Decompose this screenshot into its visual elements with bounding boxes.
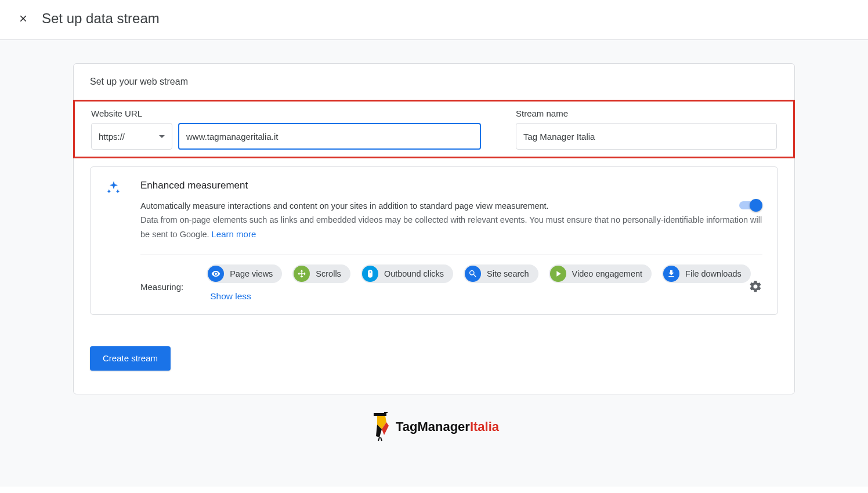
learn-more-link[interactable]: Learn more — [212, 229, 256, 239]
chip-page-views: Page views — [207, 264, 282, 283]
divider — [140, 255, 762, 255]
close-icon[interactable] — [16, 12, 30, 26]
play-icon — [550, 266, 566, 282]
chip-label: Site search — [487, 269, 529, 278]
enhanced-title: Enhanced measurement — [140, 180, 762, 191]
chip-label: Scrolls — [316, 269, 341, 278]
chip-label: File downloads — [685, 269, 742, 278]
bird-icon — [369, 412, 392, 442]
stream-name-group: Stream name — [516, 108, 777, 150]
chip-video-engagement: Video engagement — [549, 264, 652, 283]
website-url-input[interactable] — [178, 123, 481, 150]
svg-line-2 — [378, 437, 379, 441]
chip-outbound-clicks: Outbound clicks — [361, 264, 453, 283]
chip-file-downloads: File downloads — [662, 264, 751, 283]
footer-brand-1: TagManager — [396, 419, 470, 434]
top-bar: Set up data stream — [0, 0, 868, 40]
stream-fields-row: Website URL https:// Stream name — [73, 100, 795, 158]
protocol-select[interactable]: https:// — [91, 123, 172, 150]
website-url-group: Website URL https:// — [91, 108, 481, 150]
download-icon — [663, 266, 679, 282]
svg-rect-0 — [374, 413, 386, 416]
section-title: Set up your web stream — [74, 64, 794, 100]
measuring-label: Measuring: — [140, 274, 183, 292]
mouse-icon — [362, 266, 378, 282]
chip-scrolls: Scrolls — [292, 264, 350, 283]
eye-icon — [208, 266, 224, 282]
create-stream-button[interactable]: Create stream — [90, 346, 171, 371]
scroll-icon — [294, 266, 310, 282]
stream-name-label: Stream name — [516, 108, 777, 118]
website-url-label: Website URL — [91, 108, 481, 118]
footer-brand-2: Italia — [470, 419, 499, 434]
canvas: Set up your web stream Website URL https… — [0, 40, 868, 487]
measurement-chips: Page viewsScrollsOutbound clicksSite sea… — [207, 264, 762, 302]
chip-label: Video engagement — [572, 269, 642, 278]
chevron-down-icon — [159, 135, 165, 138]
enhanced-toggle[interactable] — [737, 200, 762, 211]
chip-label: Outbound clicks — [384, 269, 444, 278]
chip-label: Page views — [230, 269, 273, 278]
show-less-link[interactable]: Show less — [210, 291, 251, 302]
enhanced-desc-1: Automatically measure interactions and c… — [140, 201, 549, 211]
page-title: Set up data stream — [42, 10, 160, 27]
footer-logo: TagManagerItalia — [0, 412, 868, 442]
chip-site-search: Site search — [464, 264, 538, 283]
protocol-value: https:// — [99, 132, 125, 142]
gear-icon[interactable] — [748, 280, 762, 296]
enhanced-measurement-card: Enhanced measurement Automatically measu… — [90, 166, 778, 315]
svg-line-3 — [381, 437, 382, 441]
search-icon — [465, 266, 481, 282]
setup-card: Set up your web stream Website URL https… — [73, 63, 795, 394]
sparkle-icon — [106, 180, 124, 302]
stream-name-input[interactable] — [516, 123, 777, 150]
svg-rect-1 — [384, 412, 388, 413]
